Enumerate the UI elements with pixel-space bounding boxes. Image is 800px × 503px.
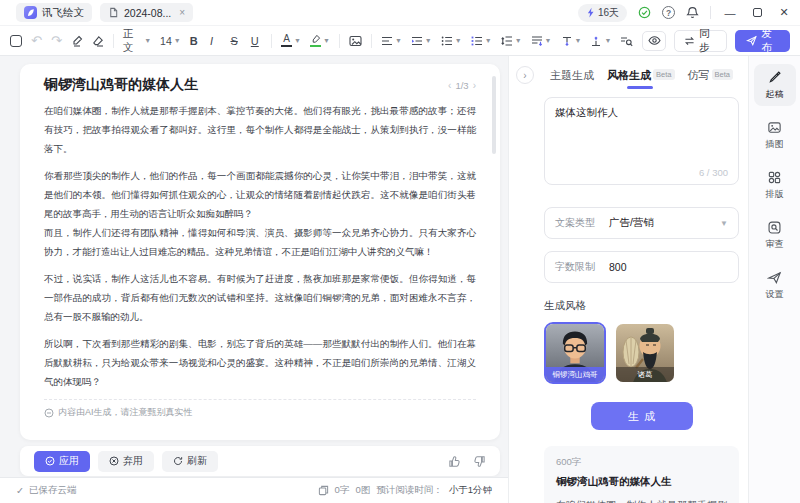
tab-imitate[interactable]: 仿写Beta	[688, 68, 733, 89]
beta-badge: Beta	[653, 69, 674, 80]
numbered-list-button[interactable]: ▼	[471, 35, 492, 47]
paragraph-spacing-button[interactable]: ▼	[531, 35, 552, 47]
style-section-label: 生成风格	[544, 299, 739, 313]
lightning-icon	[586, 7, 595, 18]
generation-action-bar: 应用 弃用 刷新	[20, 446, 500, 476]
copy-type-select[interactable]: 文案类型 广告/营销 ▼	[544, 207, 739, 239]
publish-button[interactable]: 发布	[735, 30, 790, 52]
generation-panel: › 主题生成 风格生成Beta 仿写Beta 媒体这制作人 6 / 300 文案…	[508, 56, 748, 503]
document-card[interactable]: 铜锣湾山鸡哥的媒体人生 ‹ 1/3 › 在咱们媒体圈，制作人就是那帮手握剧本、掌…	[20, 64, 500, 440]
rail-item-draft[interactable]: 起稿	[754, 64, 796, 106]
discard-button[interactable]: 弃用	[98, 451, 154, 472]
document-body[interactable]: 在咱们媒体圈，制作人就是那帮手握剧本、掌控节奏的大佬。他们得有眼光，挑出最带感的…	[44, 101, 476, 391]
paragraph: 所以啊，下次看到那些精彩的剧集、电影，别忘了背后的英雄——那些默默付出的制作人们…	[44, 334, 476, 391]
highlight-color-button[interactable]: ▼	[310, 34, 330, 47]
trial-days-badge[interactable]: 16天	[578, 4, 627, 22]
pager-value: 1/3	[455, 80, 468, 91]
thumbs-up-icon[interactable]	[448, 455, 461, 468]
style-card-zhuge[interactable]: 诸葛	[614, 322, 676, 384]
paragraph: 你看那些顶尖的制作人，他们的作品，每一个画面都能震撼你的心灵，让你笑中带泪，泪中…	[44, 166, 476, 223]
thumbs-down-icon[interactable]	[473, 455, 486, 468]
app-home-button[interactable]: 讯飞绘文	[16, 3, 92, 22]
tab-style-generation[interactable]: 风格生成Beta	[607, 68, 674, 89]
copy-icon[interactable]	[318, 485, 329, 496]
word-limit-input[interactable]: 字数限制 800	[544, 251, 739, 283]
letter-spacing-button[interactable]: ▼	[561, 35, 582, 47]
find-replace-button[interactable]	[620, 35, 633, 47]
tools-rail: 起稿 插图 排版 审查	[748, 56, 800, 503]
result-title: 铜锣湾山鸡哥的媒体人生	[556, 475, 727, 489]
bell-icon[interactable]	[686, 6, 699, 19]
version-pager: ‹ 1/3 ›	[448, 80, 476, 91]
read-time-label: 预计阅读时间：	[376, 484, 443, 497]
info-icon	[44, 408, 54, 418]
redo-button[interactable]: ↷	[51, 34, 62, 47]
prompt-input-box: 媒体这制作人 6 / 300	[544, 97, 739, 185]
font-color-button[interactable]: A▼	[281, 34, 301, 47]
result-card[interactable]: 600字 铜锣湾山鸡哥的媒体人生 在咱们媒体圈，制作人就是那帮手握剧本、掌控节奏…	[544, 446, 739, 503]
underline-button[interactable]: U	[251, 35, 262, 47]
send-icon	[746, 35, 757, 46]
apply-button[interactable]: 应用	[34, 451, 90, 472]
rail-item-settings[interactable]: 设置	[754, 264, 796, 306]
font-size-select[interactable]: 14▼	[160, 35, 181, 47]
close-button[interactable]: ✕	[776, 6, 792, 19]
app-logo-icon	[24, 6, 37, 19]
maximize-button[interactable]	[749, 7, 765, 19]
editor-scrollbar[interactable]	[492, 76, 496, 154]
ai-disclaimer: 内容由AI生成，请注意甄别真实性	[44, 399, 476, 419]
image-icon	[767, 120, 782, 135]
collapse-panel-button[interactable]: ›	[516, 66, 534, 84]
titlebar-separator	[710, 6, 711, 19]
line-height-button[interactable]: ▼	[501, 35, 522, 47]
pager-prev-icon[interactable]: ‹	[448, 80, 451, 91]
strikethrough-button[interactable]: S	[230, 35, 241, 47]
document-tab[interactable]: 2024-08... ×	[100, 3, 193, 22]
editor-area: 铜锣湾山鸡哥的媒体人生 ‹ 1/3 › 在咱们媒体圈，制作人就是那帮手握剧本、掌…	[0, 56, 508, 503]
help-icon[interactable]: ?	[662, 6, 675, 19]
chevron-down-icon: ▼	[720, 219, 728, 228]
format-toolbar: ↶ ↷ 正文▼ 14▼ B I S U A▼ ▼ ▼	[0, 26, 800, 56]
indent-button[interactable]: ▼	[411, 35, 432, 47]
saved-status: 已保存云端	[29, 484, 77, 497]
format-painter-button[interactable]	[71, 35, 83, 47]
align-button[interactable]: ▼	[381, 35, 402, 47]
style-card-shanjige[interactable]: 铜锣湾山鸡哥	[544, 322, 606, 384]
paragraph: 而且，制作人们还得有团队精神，懂得如何和导演、演员、摄影师等一众兄弟齐心协力。只…	[44, 223, 476, 261]
review-magnifier-icon	[767, 220, 782, 235]
generate-button[interactable]: 生成	[591, 402, 693, 430]
clear-format-button[interactable]	[92, 35, 104, 47]
insert-image-button[interactable]	[349, 35, 362, 47]
undo-button[interactable]: ↶	[31, 34, 42, 47]
panel-tabs: 主题生成 风格生成Beta 仿写Beta	[544, 68, 739, 89]
status-bar: ✓ 已保存云端 0字 0图 预计阅读时间： 小于1分钟	[0, 477, 508, 503]
tab-topic-generation[interactable]: 主题生成	[550, 68, 594, 89]
sync-icon	[684, 36, 695, 46]
check-circle-icon[interactable]	[638, 6, 651, 19]
rail-item-layout[interactable]: 排版	[754, 164, 796, 206]
tab-close-icon[interactable]: ×	[179, 7, 185, 18]
document-tab-title: 2024-08...	[124, 7, 171, 19]
bullet-list-button[interactable]: ▼	[441, 35, 462, 47]
refresh-button[interactable]: 刷新	[162, 451, 218, 472]
minimize-button[interactable]: —	[722, 7, 738, 19]
preview-button[interactable]	[642, 31, 666, 51]
app-window: 讯飞绘文 2024-08... × 16天 ? —	[0, 0, 800, 503]
rail-item-illustration[interactable]: 插图	[754, 114, 796, 156]
italic-button[interactable]: I	[210, 35, 221, 47]
sync-button[interactable]: 同步	[674, 30, 727, 52]
paragraph: 不过，说实话，制作人这活儿也不容易。有时候为了赶进度，熬夜加班那是家常便饭。但你…	[44, 269, 476, 326]
paragraph: 在咱们媒体圈，制作人就是那帮手握剧本、掌控节奏的大佬。他们得有眼光，挑出最带感的…	[44, 101, 476, 158]
x-circle-icon	[109, 456, 119, 466]
rail-item-review[interactable]: 审查	[754, 214, 796, 256]
result-word-count: 600字	[556, 456, 727, 469]
card-view-button[interactable]	[10, 35, 22, 47]
saved-check-icon: ✓	[16, 485, 24, 496]
paragraph-style-select[interactable]: 正文▼	[123, 27, 151, 55]
check-circle-icon	[45, 456, 55, 466]
text-position-button[interactable]: ▼	[590, 35, 611, 47]
pager-next-icon[interactable]: ›	[473, 80, 476, 91]
bold-button[interactable]: B	[190, 35, 201, 47]
prompt-input[interactable]: 媒体这制作人	[545, 98, 738, 168]
document-title: 铜锣湾山鸡哥的媒体人生	[44, 76, 198, 94]
